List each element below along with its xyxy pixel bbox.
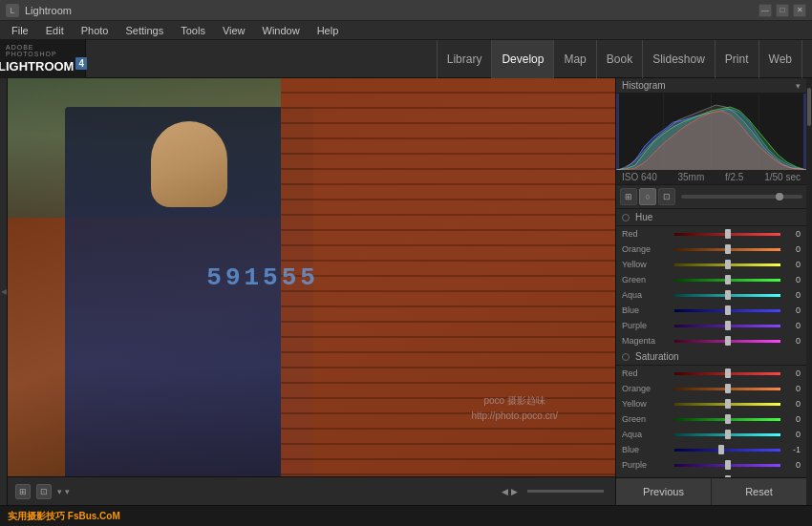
right-panel: Histogram ▾ <box>615 78 806 505</box>
bottom-toolbar: ⊞ ⊡ ▾ ▾ ◀ ▶ <box>8 476 615 505</box>
sat-purple-value: 0 <box>783 460 801 470</box>
photo-area: 591555 poco 摄影趋味http://photo.poco.cn/ <box>8 78 615 476</box>
status-bar: 实用摄影技巧 FsBus.CoM <box>0 505 812 526</box>
main-area: ◀ 591555 poco 摄影趋味http://photo.poco.cn/ … <box>0 78 812 505</box>
hue-red-label: Red <box>622 229 672 239</box>
hue-magenta-track[interactable] <box>674 340 780 343</box>
fit-icon[interactable]: ⊡ <box>36 484 52 499</box>
maximize-button[interactable]: □ <box>776 4 789 17</box>
histogram-expand[interactable]: ▾ <box>796 81 801 91</box>
hue-yellow-row: Yellow 0 <box>616 257 806 272</box>
svg-rect-4 <box>616 94 619 170</box>
menu-settings[interactable]: Settings <box>118 23 171 38</box>
hue-purple-row: Purple 0 <box>616 318 806 333</box>
sat-aqua-label: Aqua <box>622 430 672 439</box>
hue-aqua-value: 0 <box>783 290 801 300</box>
sat-purple-row: Purple 0 <box>616 457 806 473</box>
nav-library[interactable]: Library <box>437 40 493 78</box>
saturation-section-header[interactable]: Saturation <box>616 348 806 366</box>
nav-book[interactable]: Book <box>597 40 643 78</box>
nav-map[interactable]: Map <box>554 40 596 78</box>
nav-slideshow[interactable]: Slideshow <box>643 40 716 78</box>
focal-length: 35mm <box>677 172 704 182</box>
right-scrollbar-thumb <box>807 88 811 126</box>
saturation-dot <box>622 353 630 361</box>
hue-aqua-row: Aqua 0 <box>616 287 806 303</box>
hue-red-track[interactable] <box>674 233 780 236</box>
nav-web[interactable]: Web <box>759 40 802 78</box>
circle-tool[interactable]: ○ <box>639 188 656 205</box>
right-scrollbar[interactable] <box>806 78 812 505</box>
nav-develop[interactable]: Develop <box>492 40 554 78</box>
hue-yellow-label: Yellow <box>622 260 672 269</box>
hue-green-track[interactable] <box>674 279 780 282</box>
sat-green-track[interactable] <box>674 418 780 421</box>
sat-orange-value: 0 <box>783 384 801 393</box>
sat-red-track[interactable] <box>674 372 780 375</box>
hue-blue-label: Blue <box>622 305 672 315</box>
tool-slider[interactable] <box>681 195 802 199</box>
filmstrip-scroll[interactable] <box>527 490 604 493</box>
grid-tool[interactable]: ⊞ <box>620 188 637 205</box>
view-icon[interactable]: ⊞ <box>15 484 31 499</box>
hue-yellow-track[interactable] <box>674 263 780 266</box>
sat-aqua-track[interactable] <box>674 433 780 436</box>
hue-blue-value: 0 <box>783 305 801 315</box>
panel-scroll[interactable]: Hue Red 0 Orange 0 Yellow 0 Green 0 <box>616 209 806 477</box>
saturation-label: Saturation <box>635 351 801 362</box>
hue-purple-track[interactable] <box>674 325 780 327</box>
hue-green-value: 0 <box>783 275 801 284</box>
sat-green-label: Green <box>622 414 672 424</box>
previous-button[interactable]: Previous <box>616 478 712 505</box>
zoom-label: ▾ ▾ <box>57 487 70 496</box>
aperture: f/2.5 <box>725 172 743 182</box>
sat-blue-track[interactable] <box>674 449 780 452</box>
crop-tool[interactable]: ⊡ <box>658 188 675 205</box>
hue-orange-track[interactable] <box>674 248 780 251</box>
app-icon: L <box>6 4 19 17</box>
logo-lightroom-text: LIGHTROOM <box>0 59 74 74</box>
histogram-chart <box>616 94 806 170</box>
tool-slider-thumb <box>776 193 783 200</box>
menu-tools[interactable]: Tools <box>173 23 213 38</box>
menu-photo[interactable]: Photo <box>74 23 117 38</box>
hue-magenta-label: Magenta <box>622 336 672 346</box>
iso-value: ISO 640 <box>622 172 657 182</box>
sat-yellow-label: Yellow <box>622 399 672 409</box>
menu-file[interactable]: File <box>4 23 36 38</box>
sat-red-value: 0 <box>783 368 801 378</box>
menu-edit[interactable]: Edit <box>38 23 72 38</box>
hue-section-header[interactable]: Hue <box>616 209 806 226</box>
nav-print[interactable]: Print <box>716 40 759 78</box>
minimize-button[interactable]: — <box>759 4 772 17</box>
sat-green-value: 0 <box>783 414 801 424</box>
camera-info-bar: ISO 640 35mm f/2.5 1/50 sec <box>616 170 806 185</box>
app-logo: ADOBE PHOTOSHOP LIGHTROOM 4 <box>0 40 86 78</box>
menu-help[interactable]: Help <box>310 23 347 38</box>
reset-button[interactable]: Reset <box>712 478 806 505</box>
hue-orange-label: Orange <box>622 244 672 254</box>
hue-purple-label: Purple <box>622 321 672 330</box>
sat-purple-track[interactable] <box>674 464 780 467</box>
title-bar: L Lightroom — □ ✕ <box>0 0 812 21</box>
nav-links: Library Develop Map Book Slideshow Print… <box>86 40 812 78</box>
window-title: Lightroom <box>25 5 759 16</box>
hue-blue-track[interactable] <box>674 309 780 312</box>
menu-view[interactable]: View <box>215 23 253 38</box>
hue-yellow-value: 0 <box>783 260 801 269</box>
sat-yellow-track[interactable] <box>674 403 780 406</box>
sat-orange-row: Orange 0 <box>616 381 806 396</box>
menu-window[interactable]: Window <box>255 23 308 38</box>
hue-magenta-value: 0 <box>783 336 801 346</box>
sat-aqua-value: 0 <box>783 430 801 439</box>
hue-aqua-track[interactable] <box>674 294 780 297</box>
close-button[interactable]: ✕ <box>793 4 806 17</box>
menu-bar: File Edit Photo Settings Tools View Wind… <box>0 21 812 40</box>
hue-blue-row: Blue 0 <box>616 303 806 318</box>
histogram-label: Histogram <box>622 80 666 91</box>
hue-orange-value: 0 <box>783 244 801 254</box>
sat-yellow-row: Yellow 0 <box>616 396 806 411</box>
sat-orange-track[interactable] <box>674 388 780 390</box>
sat-blue-label: Blue <box>622 445 672 454</box>
sat-red-label: Red <box>622 368 672 378</box>
